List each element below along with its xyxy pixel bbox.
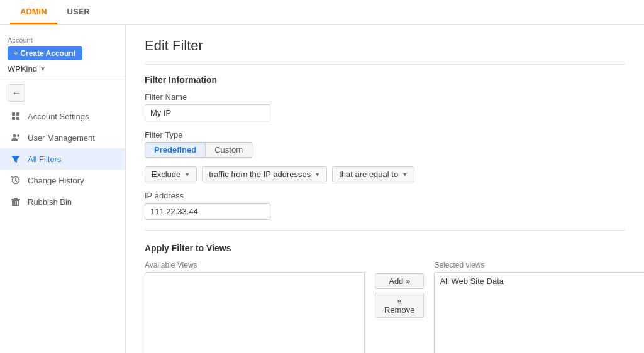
svg-point-5 [17, 134, 19, 137]
views-row: Available Views Add » « Remove Selected … [145, 261, 625, 353]
selected-views-item[interactable]: All Web Site Data [437, 275, 644, 287]
add-remove-buttons: Add » « Remove [375, 273, 424, 318]
tab-user[interactable]: USER [57, 1, 100, 24]
layout: Account + Create Account WPKind ▼ ← Acco… [0, 25, 644, 353]
sidebar-account-section: Account + Create Account WPKind ▼ [0, 33, 125, 80]
apply-filter-section: Apply Filter to Views Available Views Ad… [145, 243, 625, 353]
remove-button[interactable]: « Remove [375, 293, 424, 318]
available-views-label: Available Views [145, 261, 365, 269]
filter-type-buttons: Predefined Custom [145, 142, 625, 158]
chevron-down-icon: ▼ [184, 171, 190, 178]
apply-filter-heading: Apply Filter to Views [145, 243, 625, 253]
filter-name-group: Filter Name [145, 92, 625, 121]
main-content: Edit Filter Filter Information Filter Na… [126, 25, 644, 353]
filter-name-input[interactable] [145, 104, 270, 121]
available-views-container: Available Views [145, 261, 365, 353]
svg-rect-1 [16, 112, 19, 116]
sidebar: Account + Create Account WPKind ▼ ← Acco… [0, 25, 126, 353]
filter-type-label: Filter Type [145, 130, 625, 139]
available-views-listbox[interactable] [145, 272, 365, 353]
account-dropdown[interactable]: WPKind ▼ [8, 64, 118, 73]
account-name: WPKind [8, 64, 37, 73]
sidebar-item-label: Account Settings [28, 112, 89, 121]
history-icon [10, 175, 21, 186]
filter-type-group: Filter Type Predefined Custom [145, 130, 625, 158]
svg-rect-9 [11, 199, 20, 200]
filter-icon [10, 153, 21, 165]
sidebar-item-change-history[interactable]: Change History [0, 170, 125, 191]
selected-views-container: Selected views All Web Site Data [434, 261, 644, 353]
condition-label: that are equal to [339, 170, 398, 179]
ip-address-group: IP address [145, 191, 625, 220]
add-button[interactable]: Add » [375, 273, 424, 289]
traffic-source-label: traffic from the IP addresses [209, 170, 311, 179]
sidebar-item-label: Change History [28, 176, 84, 185]
sidebar-item-label: Rubbish Bin [28, 197, 72, 207]
sidebar-item-all-filters[interactable]: All Filters [0, 148, 125, 170]
sidebar-item-label: User Management [28, 133, 95, 143]
settings-icon [10, 111, 21, 122]
svg-rect-8 [14, 198, 18, 199]
tab-admin[interactable]: ADMIN [10, 1, 57, 24]
chevron-down-icon: ▼ [314, 171, 320, 178]
page-title: Edit Filter [145, 38, 625, 54]
filter-name-label: Filter Name [145, 92, 625, 102]
svg-rect-3 [16, 117, 19, 120]
svg-point-4 [13, 134, 16, 138]
people-icon [10, 132, 21, 143]
dropdowns-row: Exclude ▼ traffic from the IP addresses … [145, 166, 625, 182]
condition-dropdown[interactable]: that are equal to ▼ [332, 166, 414, 182]
top-nav: ADMIN USER [0, 0, 644, 25]
sidebar-item-label: All Filters [28, 155, 61, 164]
create-account-button[interactable]: + Create Account [8, 46, 82, 60]
exclude-label: Exclude [152, 170, 180, 179]
ip-address-input[interactable] [145, 203, 270, 220]
chevron-down-icon: ▼ [402, 171, 408, 178]
filter-type-predefined-button[interactable]: Predefined [145, 142, 206, 158]
ip-address-label: IP address [145, 191, 625, 200]
chevron-down-icon: ▼ [40, 65, 46, 72]
filter-type-custom-button[interactable]: Custom [206, 142, 252, 158]
back-button[interactable]: ← [8, 84, 25, 102]
selected-views-listbox[interactable]: All Web Site Data [434, 272, 644, 353]
section-divider-mid [145, 230, 625, 231]
selected-views-label: Selected views [434, 261, 644, 269]
filter-info-heading: Filter Information [145, 75, 625, 85]
sidebar-item-rubbish-bin[interactable]: Rubbish Bin [0, 191, 125, 212]
sidebar-item-user-management[interactable]: User Management [0, 127, 125, 148]
exclude-dropdown[interactable]: Exclude ▼ [145, 166, 197, 182]
section-divider-top [145, 64, 625, 65]
trash-icon [10, 196, 21, 207]
svg-rect-2 [12, 117, 15, 120]
sidebar-item-account-settings[interactable]: Account Settings [0, 106, 125, 127]
svg-rect-0 [12, 112, 15, 116]
traffic-source-dropdown[interactable]: traffic from the IP addresses ▼ [202, 166, 327, 182]
account-label: Account [8, 36, 118, 44]
